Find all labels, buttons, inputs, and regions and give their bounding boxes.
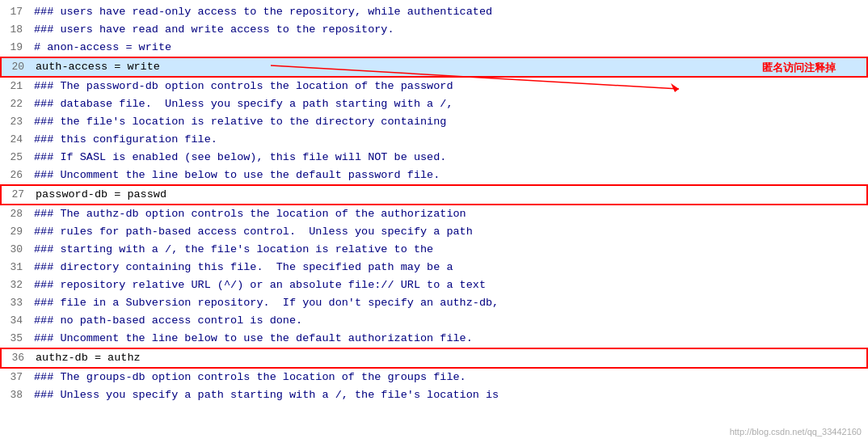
line-content-19: # anon-access = write (31, 39, 868, 57)
line-content-33: ### file in a Subversion repository. If … (31, 294, 868, 312)
code-line-32: 32### repository relative URL (^/) or an… (0, 276, 868, 294)
code-line-33: 33### file in a Subversion repository. I… (0, 294, 868, 312)
line-content-30: ### starting with a /, the file's locati… (31, 241, 868, 259)
line-number-28: 28 (0, 205, 31, 223)
line-number-27: 27 (2, 186, 32, 204)
lines-container: 17### users have read-only access to the… (0, 3, 868, 404)
line-content-18: ### users have read and write access to … (31, 21, 868, 39)
code-line-27: 27password-db = passwd (0, 184, 868, 205)
line-number-25: 25 (0, 149, 31, 167)
line-content-17: ### users have read-only access to the r… (31, 3, 868, 21)
line-number-38: 38 (0, 386, 31, 404)
line-content-21: ### The password-db option controls the … (31, 78, 868, 95)
line-number-26: 26 (0, 167, 31, 184)
line-number-29: 29 (0, 223, 31, 241)
line-content-34: ### no path-based access control is done… (31, 312, 868, 330)
line-number-37: 37 (0, 369, 31, 386)
line-content-35: ### Uncomment the line below to use the … (31, 330, 868, 348)
code-line-19: 19# anon-access = write (0, 39, 868, 57)
line-number-18: 18 (0, 21, 31, 39)
code-line-22: 22### database file. Unless you specify … (0, 95, 868, 113)
line-content-23: ### the file's location is relative to t… (31, 113, 868, 131)
line-number-36: 36 (2, 349, 32, 367)
line-number-31: 31 (0, 259, 31, 276)
code-line-25: 25### If SASL is enabled (see below), th… (0, 149, 868, 167)
code-line-38: 38### Unless you specify a path starting… (0, 386, 868, 404)
line-number-19: 19 (0, 39, 31, 57)
line-number-35: 35 (0, 330, 31, 348)
line-content-26: ### Uncomment the line below to use the … (31, 167, 868, 184)
code-line-30: 30### starting with a /, the file's loca… (0, 241, 868, 259)
line-content-25: ### If SASL is enabled (see below), this… (31, 149, 868, 167)
annotation-text: 匿名访问注释掉 (762, 61, 836, 75)
code-line-20: 20auth-access = write (0, 57, 868, 78)
code-line-18: 18### users have read and write access t… (0, 21, 868, 39)
line-number-17: 17 (0, 3, 31, 21)
line-content-27: password-db = passwd (32, 186, 866, 204)
line-number-34: 34 (0, 312, 31, 330)
line-content-29: ### rules for path-based access control.… (31, 223, 868, 241)
line-number-32: 32 (0, 276, 31, 294)
line-content-20: auth-access = write (32, 58, 866, 76)
line-content-32: ### repository relative URL (^/) or an a… (31, 276, 868, 294)
line-content-22: ### database file. Unless you specify a … (31, 95, 868, 113)
code-line-37: 37### The groups-db option controls the … (0, 369, 868, 386)
code-line-28: 28### The authz-db option controls the l… (0, 205, 868, 223)
line-content-28: ### The authz-db option controls the loc… (31, 205, 868, 223)
code-line-23: 23### the file's location is relative to… (0, 113, 868, 131)
code-container: 17### users have read-only access to the… (0, 0, 868, 443)
code-line-36: 36authz-db = authz (0, 348, 868, 369)
line-content-37: ### The groups-db option controls the lo… (31, 369, 868, 386)
line-number-30: 30 (0, 241, 31, 259)
line-number-23: 23 (0, 113, 31, 131)
line-number-20: 20 (2, 58, 32, 76)
line-content-36: authz-db = authz (32, 349, 866, 367)
code-line-21: 21### The password-db option controls th… (0, 78, 868, 95)
code-line-29: 29### rules for path-based access contro… (0, 223, 868, 241)
code-line-26: 26### Uncomment the line below to use th… (0, 167, 868, 184)
line-content-31: ### directory containing this file. The … (31, 259, 868, 276)
line-number-21: 21 (0, 78, 31, 95)
code-line-24: 24### this configuration file. (0, 131, 868, 149)
line-content-24: ### this configuration file. (31, 131, 868, 149)
code-line-34: 34### no path-based access control is do… (0, 312, 868, 330)
code-line-17: 17### users have read-only access to the… (0, 3, 868, 21)
code-line-31: 31### directory containing this file. Th… (0, 259, 868, 276)
line-number-24: 24 (0, 131, 31, 149)
watermark: http://blog.csdn.net/qq_33442160 (730, 427, 862, 437)
line-number-22: 22 (0, 95, 31, 113)
code-line-35: 35### Uncomment the line below to use th… (0, 330, 868, 348)
line-content-38: ### Unless you specify a path starting w… (31, 386, 868, 404)
line-number-33: 33 (0, 294, 31, 312)
